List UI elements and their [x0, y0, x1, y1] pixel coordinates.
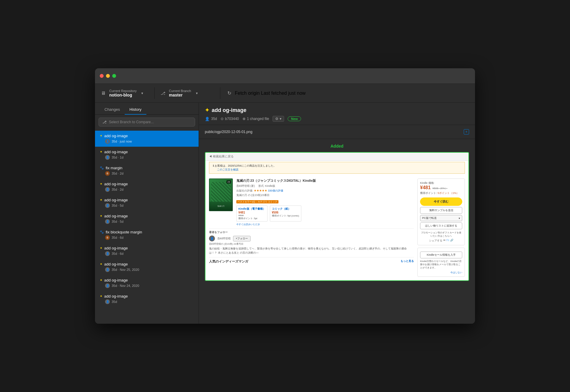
commit-age: 👤 35d — [205, 117, 217, 121]
minimize-button[interactable] — [106, 74, 110, 78]
follow-button[interactable]: +フォロー — [233, 236, 251, 241]
webpage-content: ◀ 検索結果に戻る ℹ お客様は、2020/12/04にこの商品を注文しました。… — [205, 153, 468, 280]
avatar: 👤 — [105, 155, 110, 160]
commit-icon: ✦ — [100, 150, 102, 154]
commit-title: ✦ add og-image — [100, 214, 194, 218]
share-section: シェアする ✉ f t 🔗 — [420, 239, 462, 243]
file-list: public/ogp/2020-12-05-01.png + — [199, 125, 475, 139]
branch-icon: ⎇ — [161, 91, 165, 96]
branch-compare-selector[interactable]: ⎇ Select Branch to Compare... — [99, 118, 195, 127]
no-thanks-link[interactable]: 今はしない — [420, 271, 462, 274]
avatar: 👤 — [105, 267, 110, 272]
commit-meta: 👤 35d · 5d — [100, 219, 194, 224]
commit-icon: ✦ — [100, 198, 102, 202]
commit-item[interactable]: ✦ add og-image 👤 35d · just now — [95, 131, 199, 147]
commit-title: 🐾 fix margin — [100, 166, 194, 170]
settings-button[interactable]: ⚙ ▾ — [273, 116, 284, 122]
commit-title: ✦ add og-image — [100, 246, 194, 250]
bestseller-badge: ベストセラー1位 - カテゴリ コミック — [236, 198, 414, 204]
commit-title: ✦ add og-image — [100, 262, 194, 266]
traffic-lights — [100, 74, 116, 78]
promo-text: プロモーション等のギフトカードを使いたい方はこちらへ — [420, 231, 462, 238]
age-avatar-icon: 👤 — [205, 117, 210, 121]
commit-item[interactable]: ✦ add og-image 👤 35d · 2d — [95, 179, 199, 195]
commit-item[interactable]: ✦ add og-image 👤 35d · 6d — [95, 243, 199, 259]
fetch-icon: ↻ — [227, 90, 231, 96]
email-share-icon[interactable]: ✉ — [443, 239, 446, 243]
tab-history[interactable]: History — [125, 105, 146, 115]
avatar: 👤 — [105, 139, 110, 144]
commit-icon: ✦ — [100, 182, 102, 186]
commit-meta: 👤 35d · just now — [100, 139, 194, 144]
sidebar: Changes History ⎇ Select Branch to Compa… — [95, 103, 199, 324]
indie-title: 人気のインディーズマンガ もっと見る — [209, 259, 414, 264]
commit-icon: 🐾 — [100, 166, 104, 170]
current-branch-section[interactable]: ⎇ Current Branch master ▾ — [155, 84, 220, 102]
order-confirm: このご注文を確認 — [217, 168, 238, 171]
branch-info: Current Branch master — [169, 89, 191, 97]
commit-item[interactable]: ✦ add og-image 👤 35d · 5d — [95, 195, 199, 211]
commit-item[interactable]: ✦ add og-image 👤 35d · 1d — [95, 147, 199, 163]
tab-changes[interactable]: Changes — [100, 105, 125, 115]
commit-item[interactable]: ✦ add og-image 👤 35d — [95, 291, 199, 307]
search-bar: ◀ 検索結果に戻る — [205, 153, 468, 161]
see-more-link[interactable]: もっと見る — [400, 259, 414, 264]
fetch-sub: Last fetched just now — [261, 91, 305, 96]
commit-meta: 👤 35d · 5d — [100, 203, 194, 208]
link-share-icon[interactable]: 🔗 — [450, 239, 453, 243]
gear-chevron-icon: ▾ — [280, 117, 281, 121]
price-box: Kindle 価格: ¥481 ¥506（6%） 獲得ポイント: 5ポイント（1… — [417, 178, 465, 245]
gear-icon: ⚙ — [275, 117, 278, 121]
buy-now-button[interactable]: 今すぐ読む — [420, 197, 462, 206]
commit-header-title: ✦ add og-image — [205, 107, 469, 113]
app-link: 今すぐお読みいただき — [236, 223, 414, 226]
commit-icon: ✦ — [100, 246, 102, 250]
diff-image-preview: ◀ 検索結果に戻る ℹ お客様は、2020/12/04にこの商品を注文しました。… — [205, 152, 469, 281]
commit-hash: ⊙ b703440 — [221, 117, 239, 121]
format-table: Kindle版（電子書籍） ¥481 ¥506 獲得ポイント: 5pt コミック… — [236, 206, 414, 222]
indie-section: 人気のインディーズマンガ もっと見る — [209, 257, 414, 264]
current-repository-section[interactable]: 🖥 Current Repository notion-blog ▾ — [95, 84, 154, 102]
commit-item[interactable]: ✦ add og-image 👤 35d · 5d — [95, 211, 199, 227]
fetch-origin-section[interactable]: ↻ Fetch origin Last fetched just now — [220, 84, 475, 102]
commit-header-meta: 👤 35d ⊙ b703440 ⊕ 1 changed file ⚙ ▾ — [205, 116, 469, 122]
commit-meta: 👤 35d · Nov 24, 2020 — [100, 283, 194, 288]
avatar: B — [105, 235, 110, 240]
close-button[interactable] — [100, 74, 104, 78]
fetch-info: Fetch origin Last fetched just now — [235, 91, 305, 96]
commit-icon: ✦ — [100, 214, 102, 218]
kindle-sale-button[interactable]: Kindleセール情報を入手 — [420, 252, 462, 258]
sample-button[interactable]: 無料サンプルを送信 — [420, 207, 462, 214]
commit-meta: 👤 35d · Nov 25, 2020 — [100, 267, 194, 272]
commit-meta: 👤 35d · 6d — [100, 251, 194, 256]
new-badge: New — [288, 116, 301, 121]
twitter-share-icon[interactable]: t — [448, 239, 449, 243]
branch-compare-label: Select Branch to Compare... — [109, 120, 154, 124]
commit-meta: B 35d · 2d — [100, 171, 194, 176]
cart-button[interactable]: PC版で転送 ▾ — [420, 215, 462, 221]
commit-title-text: add og-image — [212, 107, 246, 113]
commit-item[interactable]: ✦ add og-image 👤 35d · Nov 25, 2020 — [95, 259, 199, 275]
author-row: 👤 吾峠呼世晴 +フォロー — [209, 235, 414, 241]
toolbar: 🖥 Current Repository notion-blog ▾ ⎇ Cur… — [95, 84, 475, 103]
price-label: Kindle 価格: — [420, 181, 462, 185]
diff-label: Added — [205, 144, 469, 148]
format-kindle: Kindle版（電子書籍） ¥481 ¥506 獲得ポイント: 5pt — [236, 206, 267, 222]
product-title-area: 鬼滅の刃 23 鬼滅の刃 23（ジャンプコミックスDIGITAL）Kindle版… — [209, 178, 414, 226]
kindle-promo-box: Kindleセール情報を入手 Kindle日替わりセールなど、Kindleの言葉… — [417, 248, 465, 277]
commit-meta: 👤 35d · 1d — [100, 155, 194, 160]
book-cover-inner: 鬼滅の刃 23 — [210, 179, 232, 211]
commit-item[interactable]: 🐾 fix blockquote margin B 35d · 6d — [95, 227, 199, 243]
maximize-button[interactable] — [112, 74, 116, 78]
book-cover-pattern — [211, 182, 231, 202]
avatar: 👤 — [105, 251, 110, 256]
commit-icon: ✦ — [100, 294, 102, 298]
wishlist-button[interactable]: ほしい物リストに追加する — [420, 222, 462, 229]
commit-icon: ✦ — [100, 278, 102, 282]
file-item[interactable]: public/ogp/2020-12-05-01.png + — [199, 127, 475, 136]
fb-share-icon[interactable]: f — [446, 239, 447, 243]
commit-item[interactable]: ✦ add og-image 👤 35d · Nov 24, 2020 — [95, 275, 199, 291]
stars: ★★★★★ — [254, 189, 267, 192]
commit-item[interactable]: 🐾 fix margin B 35d · 2d — [95, 163, 199, 179]
app-window: 🖥 Current Repository notion-blog ▾ ⎇ Cur… — [95, 68, 475, 324]
